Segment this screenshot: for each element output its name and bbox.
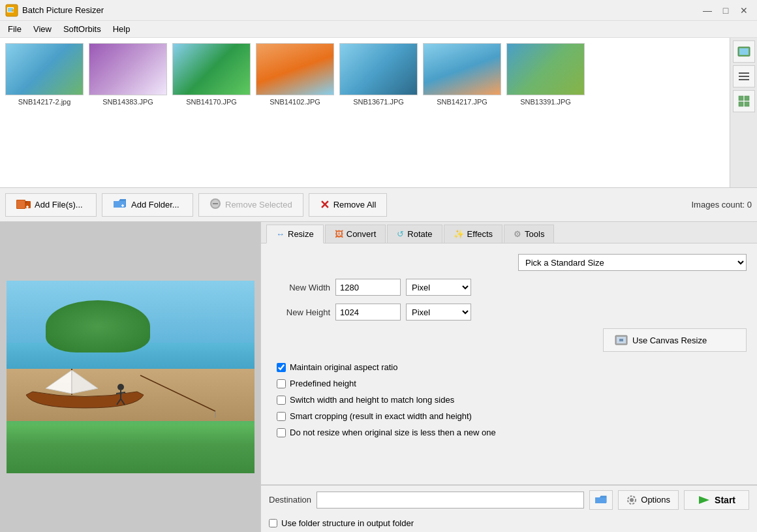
svg-rect-12	[745, 102, 749, 106]
list-item[interactable]: SNB13391.JPG	[506, 43, 585, 182]
images-count: Images count: 0	[692, 200, 752, 210]
standard-size-select[interactable]: Pick a Standard Size	[518, 254, 747, 271]
main-toolbar: Add File(s)... Add Folder... Remove Sele…	[0, 188, 757, 222]
svg-line-30	[140, 375, 215, 411]
svg-rect-6	[739, 72, 749, 74]
add-files-icon	[16, 198, 31, 211]
add-folder-button[interactable]: Add Folder...	[102, 193, 193, 217]
remove-all-button[interactable]: ✕ Remove All	[309, 193, 388, 217]
remove-selected-button[interactable]: Remove Selected	[198, 193, 303, 217]
menu-softorbits[interactable]: SoftOrbits	[58, 23, 106, 35]
remove-all-label: Remove All	[333, 200, 377, 210]
folder-structure-row: Use folder structure in output folder	[261, 514, 757, 532]
image-strip-container: SNB14217-2.jpg SNB14383.JPG SNB14170.JPG…	[0, 38, 757, 188]
height-unit-select[interactable]: Pixel Percent cm inch	[406, 304, 471, 321]
tools-tab-icon: ⚙	[514, 229, 521, 239]
svg-rect-34	[619, 339, 623, 341]
predefined-height-checkbox[interactable]	[277, 379, 286, 388]
switch-width-height-checkbox[interactable]	[277, 396, 286, 405]
menu-bar: File View SoftOrbits Help	[0, 21, 757, 38]
tab-tools[interactable]: ⚙ Tools	[504, 225, 554, 243]
resize-tab-icon: ↔	[276, 229, 285, 239]
remove-selected-label: Remove Selected	[225, 200, 292, 210]
switch-width-height-label: Switch width and height to match long si…	[290, 395, 454, 405]
thumb-label: SNB13671.JPG	[353, 98, 404, 106]
width-unit-select[interactable]: Pixel Percent cm inch	[406, 279, 471, 296]
title-bar: Batch Picture Resizer — □ ✕	[0, 0, 757, 21]
width-input[interactable]	[335, 279, 401, 296]
maintain-aspect-ratio-label: Maintain original aspect ratio	[290, 362, 397, 372]
close-button[interactable]: ✕	[736, 4, 752, 17]
resize-panel-content: Pick a Standard Size New Width Pixel Per…	[261, 243, 757, 484]
menu-view[interactable]: View	[28, 23, 57, 35]
rotate-tab-icon: ↺	[397, 229, 404, 239]
preview-image	[7, 281, 255, 473]
destination-bar: Destination Options Start	[261, 485, 757, 514]
strip-grid-view-btn[interactable]	[733, 90, 755, 112]
app-icon	[5, 4, 18, 17]
add-files-label: Add File(s)...	[35, 200, 83, 210]
canvas-resize-icon	[614, 334, 628, 346]
list-item[interactable]: SNB14383.JPG	[89, 43, 167, 182]
start-button[interactable]: Start	[684, 490, 749, 510]
remove-selected-icon	[209, 198, 221, 211]
window-controls[interactable]: — □ ✕	[700, 4, 752, 17]
predefined-height-label: Predefined height	[290, 379, 356, 388]
maximize-button[interactable]: □	[718, 4, 734, 17]
tab-resize[interactable]: ↔ Resize	[266, 225, 324, 243]
tools-tab-label: Tools	[525, 229, 544, 239]
browse-destination-button[interactable]	[589, 490, 613, 510]
add-files-button[interactable]: Add File(s)...	[5, 193, 97, 217]
list-item[interactable]: SNB14217-2.jpg	[5, 43, 84, 182]
options-button[interactable]: Options	[618, 490, 679, 510]
right-panel: ↔ Resize 🖼 Convert ↺ Rotate ✨ Effects ⚙	[261, 222, 757, 532]
preview-area	[0, 222, 261, 532]
destination-label: Destination	[269, 495, 311, 505]
height-input[interactable]	[335, 304, 401, 321]
destination-input[interactable]	[317, 492, 584, 509]
add-folder-icon	[113, 198, 127, 211]
options-gear-icon	[626, 495, 637, 505]
height-row: New Height Pixel Percent cm inch	[271, 304, 747, 321]
no-resize-smaller-label: Do not resize when original size is less…	[290, 428, 496, 437]
use-folder-structure-label: Use folder structure in output folder	[281, 518, 414, 528]
menu-file[interactable]: File	[3, 23, 27, 35]
svg-rect-5	[739, 48, 749, 55]
start-arrow-icon	[698, 495, 711, 505]
title-bar-left: Batch Picture Resizer	[5, 4, 104, 17]
standard-size-row: Pick a Standard Size	[271, 254, 747, 271]
maintain-aspect-ratio-checkbox[interactable]	[277, 363, 286, 372]
use-canvas-resize-button[interactable]: Use Canvas Resize	[603, 328, 747, 352]
tabs-bar: ↔ Resize 🖼 Convert ↺ Rotate ✨ Effects ⚙	[261, 222, 757, 243]
checkbox-row-3: Switch width and height to match long si…	[271, 395, 747, 405]
tab-effects[interactable]: ✨ Effects	[444, 225, 503, 243]
convert-tab-icon: 🖼	[335, 229, 343, 239]
list-item[interactable]: SNB14217.JPG	[423, 43, 501, 182]
strip-list-view-btn[interactable]	[733, 65, 755, 87]
effects-tab-icon: ✨	[454, 229, 464, 239]
canvas-btn-row: Use Canvas Resize	[271, 328, 747, 352]
add-folder-label: Add Folder...	[131, 200, 179, 210]
minimize-button[interactable]: —	[700, 4, 715, 17]
tab-rotate[interactable]: ↺ Rotate	[387, 225, 442, 243]
strip-sidebar	[730, 38, 757, 187]
list-item[interactable]: SNB14102.JPG	[256, 43, 334, 182]
svg-rect-7	[739, 76, 749, 77]
thumb-label: SNB14217-2.jpg	[18, 98, 71, 106]
svg-marker-37	[699, 496, 709, 504]
remove-all-icon: ✕	[320, 198, 330, 212]
width-label: New Width	[271, 283, 330, 292]
tab-convert[interactable]: 🖼 Convert	[325, 225, 386, 243]
use-folder-structure-checkbox[interactable]	[269, 519, 277, 527]
smart-cropping-checkbox[interactable]	[277, 412, 286, 421]
menu-help[interactable]: Help	[108, 23, 136, 35]
options-label: Options	[641, 495, 670, 505]
no-resize-smaller-checkbox[interactable]	[277, 428, 286, 437]
strip-view-image-btn[interactable]	[733, 40, 755, 63]
list-item[interactable]: SNB14170.JPG	[172, 43, 251, 182]
island-layer	[46, 300, 150, 352]
list-item[interactable]: SNB13671.JPG	[339, 43, 418, 182]
image-strip: SNB14217-2.jpg SNB14383.JPG SNB14170.JPG…	[0, 38, 730, 187]
thumb-label: SNB13391.JPG	[520, 98, 571, 106]
checkbox-row-5: Do not resize when original size is less…	[271, 428, 747, 437]
